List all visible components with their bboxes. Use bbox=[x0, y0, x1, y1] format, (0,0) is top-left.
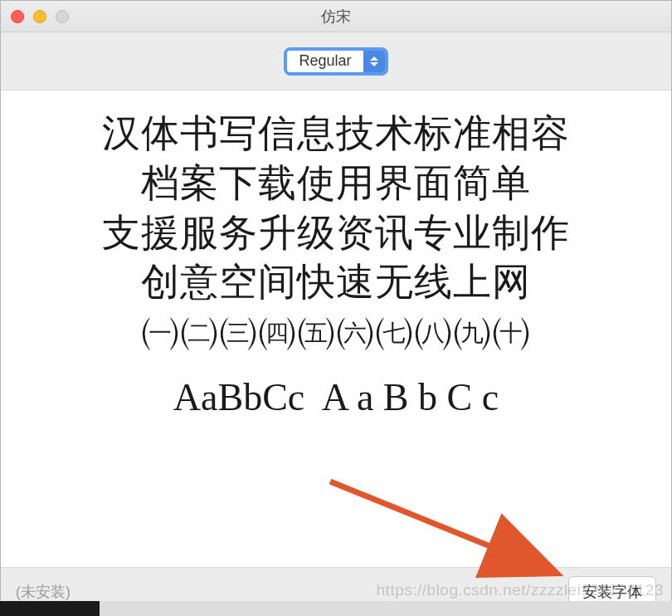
preview-line: 创意空间快速无线上网 bbox=[141, 257, 531, 307]
maximize-button[interactable] bbox=[56, 10, 69, 23]
select-stepper-icon bbox=[363, 51, 385, 72]
window-title: 仿宋 bbox=[1, 7, 671, 27]
font-preview-area: 汉体书写信息技术标准相容 档案下载使用界面简单 支援服务升级资讯专业制作 创意空… bbox=[1, 90, 671, 567]
preview-line: 支援服务升级资讯专业制作 bbox=[102, 208, 570, 258]
font-style-select-value: Regular bbox=[287, 51, 363, 72]
chevron-down-icon bbox=[370, 62, 378, 66]
chevron-up-icon bbox=[370, 56, 378, 61]
preview-latin: AaBbCc A a B b C c bbox=[173, 367, 499, 428]
toolbar: Regular bbox=[1, 32, 671, 90]
preview-line: 档案下载使用界面简单 bbox=[141, 159, 531, 208]
font-style-select[interactable]: Regular bbox=[284, 47, 387, 76]
titlebar: 仿宋 bbox=[1, 1, 671, 32]
cropped-bottom-strip bbox=[0, 601, 672, 616]
minimize-button[interactable] bbox=[33, 10, 46, 23]
traffic-lights bbox=[11, 10, 69, 23]
font-preview-window: 仿宋 Regular 汉体书写信息技术标准相容 档案下载使用界面简单 支援服务升… bbox=[0, 0, 672, 616]
preview-line: 汉体书写信息技术标准相容 bbox=[102, 109, 570, 159]
close-button[interactable] bbox=[11, 10, 24, 23]
preview-line: ㈠㈡㈢㈣㈤㈥㈦㈧㈨㈩ bbox=[141, 307, 531, 357]
install-status: (未安装) bbox=[16, 582, 71, 602]
